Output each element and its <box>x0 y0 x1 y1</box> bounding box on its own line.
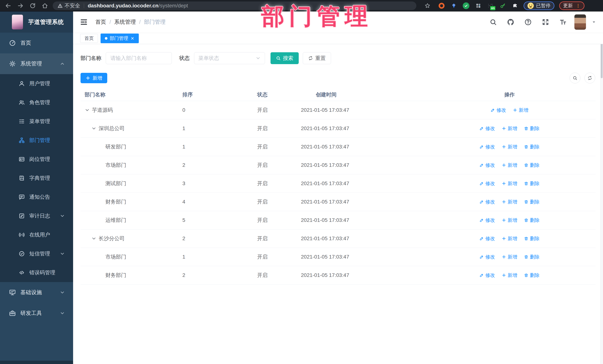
security-warning[interactable]: 不安全 <box>58 2 80 9</box>
sidebar-item-user-management[interactable]: 用户管理 <box>0 74 73 93</box>
security-label: 不安全 <box>65 2 80 9</box>
sidebar-item-error-code-management[interactable]: 错误码管理 <box>0 263 73 282</box>
extensions-menu-button[interactable] <box>511 2 519 10</box>
sidebar-item-dict-management[interactable]: 字典管理 <box>0 169 73 188</box>
sidebar-item-system-management[interactable]: 系统管理 <box>0 53 73 74</box>
row-delete-link[interactable]: 删除 <box>524 217 540 223</box>
help-button[interactable] <box>522 16 534 28</box>
reset-button[interactable]: 重置 <box>303 52 331 64</box>
reload-button[interactable] <box>28 1 37 10</box>
github-link[interactable] <box>505 16 517 28</box>
row-edit-link[interactable]: 修改 <box>479 199 495 205</box>
sidebar-item-notice[interactable]: 通知公告 <box>0 188 73 207</box>
browser-update-button[interactable]: 更新 <box>559 1 584 10</box>
sidebar-item-dev-tools[interactable]: 研发工具 <box>0 303 73 324</box>
row-add-link[interactable]: 新增 <box>502 144 517 150</box>
extension-orange-button[interactable] <box>438 2 445 10</box>
sidebar-item-role-management[interactable]: 角色管理 <box>0 93 73 112</box>
row-delete-link[interactable]: 删除 <box>524 254 540 260</box>
back-button[interactable] <box>3 1 13 10</box>
forward-button[interactable] <box>16 1 25 10</box>
row-edit-link[interactable]: 修改 <box>479 254 495 260</box>
expand-row-icon[interactable] <box>91 236 96 241</box>
browser-nav-buttons <box>3 1 50 10</box>
row-edit-link[interactable]: 修改 <box>479 162 495 168</box>
add-button[interactable]: 新增 <box>81 73 107 83</box>
expand-row-icon[interactable] <box>85 108 90 113</box>
sidebar-item-infrastructure[interactable]: 基础设施 <box>0 282 73 303</box>
extension-sliders-button[interactable]: on <box>487 2 494 10</box>
extension-key-button[interactable] <box>499 2 507 10</box>
row-edit-link[interactable]: 修改 <box>479 235 495 242</box>
row-add-link[interactable]: 新增 <box>502 162 517 168</box>
sidebar-item-sms-management[interactable]: 短信管理 <box>0 244 73 263</box>
browser-profile-chip[interactable]: 已暂停 <box>524 1 554 10</box>
reload-icon <box>30 3 36 9</box>
toolbox-icon <box>9 310 16 317</box>
extension-grid-button[interactable] <box>475 2 482 10</box>
breadcrumb-item[interactable]: 首页 <box>95 18 106 26</box>
page-scrollbar[interactable] <box>600 11 603 364</box>
row-delete-link[interactable]: 删除 <box>524 125 540 132</box>
row-delete-link[interactable]: 删除 <box>524 235 540 242</box>
row-add-link[interactable]: 新增 <box>502 180 517 187</box>
created-time-cell: 2021-01-05 17:03:47 <box>297 107 423 113</box>
tab-dept-management[interactable]: 部门管理 <box>101 33 139 43</box>
row-edit-link[interactable]: 修改 <box>479 272 495 278</box>
bookmark-button[interactable] <box>423 1 432 10</box>
user-avatar[interactable] <box>574 14 586 30</box>
sidebar-toggle-icon[interactable] <box>80 18 88 26</box>
home-button[interactable] <box>40 1 50 10</box>
dept-name-input[interactable] <box>106 52 172 64</box>
sidebar-item-online-user[interactable]: 在线用户 <box>0 225 73 244</box>
row-edit-link[interactable]: 修改 <box>491 107 506 113</box>
caret-down-icon[interactable] <box>591 20 596 24</box>
extension-gem-button[interactable] <box>450 2 458 10</box>
home-icon <box>42 3 48 9</box>
pencil-icon <box>479 200 484 204</box>
fullscreen-button[interactable] <box>540 16 551 28</box>
sort-cell: 1 <box>178 144 249 150</box>
row-delete-link[interactable]: 删除 <box>524 144 540 150</box>
app-logo[interactable]: 芋道管理系统 <box>0 11 73 33</box>
row-delete-link[interactable]: 删除 <box>524 272 540 278</box>
row-add-link[interactable]: 新增 <box>502 254 517 260</box>
header-search-button[interactable] <box>487 16 499 28</box>
sort-cell: 4 <box>178 199 249 205</box>
sidebar-item-audit-log[interactable]: 审计日志 <box>0 207 73 225</box>
toggle-search-button[interactable] <box>570 73 580 83</box>
tab-home[interactable]: 首页 <box>80 34 98 43</box>
search-button[interactable]: 搜索 <box>270 52 299 64</box>
row-delete-link[interactable]: 删除 <box>524 199 540 205</box>
breadcrumb: 首页/系统管理/部门管理 <box>95 18 165 26</box>
row-edit-link[interactable]: 修改 <box>479 144 495 150</box>
row-add-link[interactable]: 新增 <box>502 217 517 223</box>
address-bar[interactable]: 不安全 dashboard.yudao.iocoder.cn/system/de… <box>53 1 416 10</box>
row-add-link[interactable]: 新增 <box>502 235 517 242</box>
row-edit-link[interactable]: 修改 <box>479 180 495 187</box>
row-add-link[interactable]: 新增 <box>502 272 517 278</box>
sidebar-item-dept-management[interactable]: 部门管理 <box>0 131 73 150</box>
row-edit-link[interactable]: 修改 <box>479 125 495 132</box>
font-size-button[interactable] <box>557 16 569 28</box>
row-delete-link[interactable]: 删除 <box>524 180 540 187</box>
row-add-link[interactable]: 新增 <box>502 125 517 132</box>
sidebar-item-post-management[interactable]: 岗位管理 <box>0 150 73 169</box>
expand-row-icon[interactable] <box>91 126 96 131</box>
row-add-link[interactable]: 新增 <box>513 107 528 113</box>
breadcrumb-item[interactable]: 系统管理 <box>114 18 136 26</box>
status-select[interactable]: 菜单状态 <box>194 52 265 64</box>
dept-name-cell: 财务部门 <box>81 272 178 279</box>
refresh-table-button[interactable] <box>584 73 595 83</box>
sidebar-item-menu-management[interactable]: 菜单管理 <box>0 112 73 131</box>
row-edit-link[interactable]: 修改 <box>479 217 495 223</box>
search-form: 部门名称 状态 菜单状态 搜索 重置 <box>81 52 595 64</box>
row-delete-link[interactable]: 删除 <box>524 162 540 168</box>
close-icon[interactable] <box>130 36 135 40</box>
row-add-link[interactable]: 新增 <box>502 199 517 205</box>
column-header-label: 部门名称 <box>85 91 105 98</box>
sidebar-item-home[interactable]: 首页 <box>0 33 73 53</box>
announcement-icon <box>19 194 25 200</box>
plus-icon <box>502 218 506 222</box>
extension-green-button[interactable] <box>462 2 470 10</box>
